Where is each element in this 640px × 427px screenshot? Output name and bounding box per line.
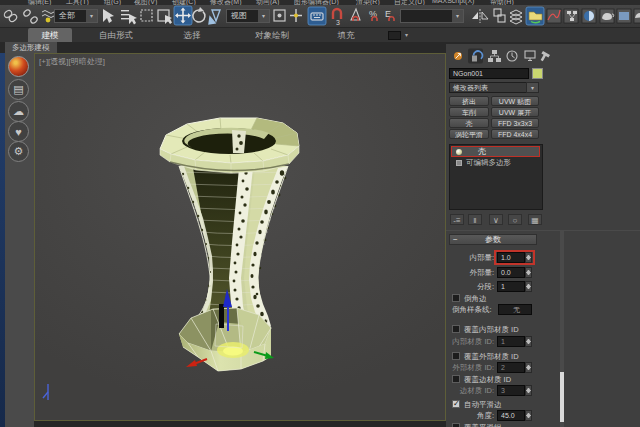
snaps-toggle-icon[interactable]: 3 xyxy=(333,9,341,26)
edge-mat-id-field[interactable]: 3 xyxy=(497,385,525,396)
override-inner-mat-checkbox[interactable] xyxy=(452,325,460,333)
override-edge-mat-label: 覆盖边材质 ID xyxy=(464,375,511,385)
bevel-spline-button[interactable]: 无 xyxy=(498,304,532,315)
use-pivot-point-center-icon[interactable] xyxy=(274,10,285,21)
named-selection-sets-dropdown[interactable]: ▾ xyxy=(400,9,464,23)
pin-stack-icon[interactable]: -≡ xyxy=(450,214,464,225)
override-inner-mat-label: 覆盖内部材质 ID xyxy=(464,325,519,335)
selection-filter-dropdown[interactable]: 全部▾ xyxy=(54,9,98,23)
remove-modifier-icon[interactable]: ○ xyxy=(508,214,522,225)
override-edge-mat-checkbox[interactable] xyxy=(452,375,460,383)
window-crossing-icon[interactable] xyxy=(158,10,172,24)
motion-tab-icon[interactable] xyxy=(507,51,517,61)
outer-amount-spinner[interactable] xyxy=(525,267,532,278)
auto-smooth-checkbox[interactable] xyxy=(452,400,460,408)
ribbon-options-icon[interactable] xyxy=(388,31,401,40)
modifier-btn-extrude[interactable]: 挤出 xyxy=(449,96,489,106)
edge-mat-id-spinner[interactable] xyxy=(525,385,532,396)
document-icon[interactable]: ▤ xyxy=(8,79,29,100)
stack-item-shell[interactable]: 壳 xyxy=(451,146,540,157)
ribbon-tab-bar: 建模 自由形式 选择 对象绘制 填充 xyxy=(0,28,640,42)
ribbon-tab-selection[interactable]: 选择 xyxy=(172,28,212,42)
segments-field[interactable]: 1 xyxy=(497,281,525,292)
ribbon-tab-object-paint[interactable]: 对象绘制 xyxy=(244,28,300,42)
configure-modifier-sets-icon[interactable]: ▦ xyxy=(528,214,542,225)
modifier-btn-ffd-4x4x4[interactable]: FFD 4x4x4 xyxy=(491,129,539,139)
align-icon[interactable] xyxy=(494,9,505,22)
viewport-label[interactable]: [+][透视][明暗处理] xyxy=(39,56,105,67)
bind-to-space-warp-icon[interactable] xyxy=(42,11,54,23)
outer-amount-field[interactable]: 0.0 xyxy=(497,267,525,278)
curve-editor-icon[interactable] xyxy=(547,9,561,23)
select-and-link-icon[interactable] xyxy=(3,9,18,23)
modifier-btn-turbosmooth[interactable]: 涡轮平滑 xyxy=(449,129,489,139)
render-production-icon[interactable] xyxy=(634,9,640,23)
annotation-box-inner-amount xyxy=(494,250,535,265)
rectangular-selection-region-icon[interactable] xyxy=(141,10,152,21)
segments-spinner[interactable] xyxy=(525,281,532,292)
select-and-move-icon[interactable] xyxy=(174,6,192,25)
percent-snap-icon[interactable]: % xyxy=(369,9,377,21)
schematic-view-icon[interactable] xyxy=(564,9,578,23)
modifier-btn-ffd-3x3x3[interactable]: FFD 3x3x3 xyxy=(491,118,539,128)
inner-mat-id-spinner[interactable] xyxy=(525,336,532,347)
material-editor-icon[interactable] xyxy=(582,9,596,23)
cloud-icon[interactable]: ☁ xyxy=(8,101,29,122)
select-and-scale-icon[interactable] xyxy=(209,10,220,24)
outer-mat-id-field[interactable]: 2 xyxy=(497,362,525,373)
angle-field[interactable]: 45.0 xyxy=(497,410,525,421)
stack-item-editable-poly[interactable]: 可编辑多边形 xyxy=(452,158,539,168)
unlink-selection-icon[interactable] xyxy=(23,9,39,24)
display-tab-icon[interactable] xyxy=(525,51,535,61)
angle-snap-icon[interactable] xyxy=(351,9,360,21)
modifier-btn-unwrap-uvw[interactable]: UVW 展开 xyxy=(491,107,539,117)
bevel-edges-checkbox[interactable] xyxy=(452,294,460,302)
outer-mat-id-label: 外部材质 ID: xyxy=(452,363,494,373)
object-color-swatch[interactable] xyxy=(532,68,543,79)
modifier-list-arrow[interactable]: ▾ xyxy=(526,82,539,93)
modifier-btn-shell[interactable]: 壳 xyxy=(449,118,489,128)
spinner-snap-icon[interactable]: E xyxy=(385,9,394,21)
world-axis-icon xyxy=(43,384,48,400)
select-by-name-icon[interactable] xyxy=(121,10,137,25)
scene-ball-icon[interactable] xyxy=(8,56,29,77)
panel-scrollbar-thumb[interactable] xyxy=(560,372,564,422)
create-tab-icon[interactable] xyxy=(454,52,462,60)
override-outer-mat-checkbox[interactable] xyxy=(452,352,460,360)
light-bulb-icon[interactable] xyxy=(456,149,462,155)
modify-tab-icon[interactable] xyxy=(468,49,483,64)
rendered-frame-window-icon[interactable] xyxy=(617,9,631,23)
select-object-icon[interactable] xyxy=(103,9,114,23)
modifier-btn-lathe[interactable]: 车削 xyxy=(449,107,489,117)
graphite-ribbon-toggle-icon[interactable] xyxy=(526,7,544,25)
menu-maxscript[interactable]: MAXScript(X) xyxy=(432,0,474,4)
ribbon-tab-modeling[interactable]: 建模 xyxy=(28,28,72,42)
perspective-viewport[interactable]: [+][透视][明暗处理] xyxy=(34,53,446,421)
keyboard-shortcut-override-icon[interactable] xyxy=(308,7,326,25)
make-unique-icon[interactable]: ∨ xyxy=(489,214,503,225)
override-smoothing-checkbox[interactable] xyxy=(452,423,460,427)
auto-smooth-label: 自动平滑边 xyxy=(464,400,502,410)
command-panel-tabs xyxy=(451,48,561,64)
heart-icon[interactable]: ♥ xyxy=(8,121,29,142)
angle-spinner[interactable] xyxy=(525,410,532,421)
outer-mat-id-spinner[interactable] xyxy=(525,362,532,373)
object-name-field[interactable]: NGon001 xyxy=(449,68,529,79)
subtab-polygon-modeling[interactable]: 多边形建模 xyxy=(5,42,57,53)
mirror-icon[interactable] xyxy=(472,9,488,23)
layer-manager-icon[interactable] xyxy=(510,10,522,24)
ribbon-tab-freeform[interactable]: 自由形式 xyxy=(88,28,144,42)
gear-icon[interactable]: ⚙ xyxy=(8,141,29,162)
reference-coordinate-dropdown[interactable]: 视图▾ xyxy=(226,9,270,23)
render-setup-icon[interactable] xyxy=(600,9,614,23)
inner-mat-id-field[interactable]: 1 xyxy=(497,336,525,347)
modifier-btn-uvw-map[interactable]: UVW 贴图 xyxy=(491,96,539,106)
show-end-result-icon[interactable]: ‖ xyxy=(468,214,482,225)
utilities-tab-icon[interactable] xyxy=(541,51,550,61)
hierarchy-tab-icon[interactable] xyxy=(488,50,501,62)
ribbon-tab-populate[interactable]: 填充 xyxy=(326,28,366,42)
select-and-manipulate-icon[interactable] xyxy=(290,9,302,22)
bevel-edges-label: 倒角边 xyxy=(464,294,487,304)
select-and-rotate-icon[interactable] xyxy=(193,7,205,22)
parameters-rollout-header[interactable]: −参数 xyxy=(449,234,537,245)
